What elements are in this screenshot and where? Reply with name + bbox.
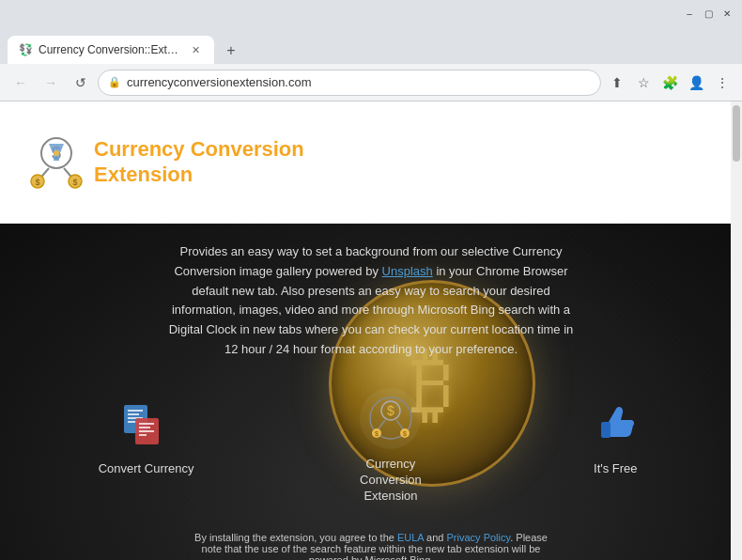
share-button[interactable]: ⬆ — [605, 70, 629, 95]
logo-area: $ $ $ Currency Conversion Extension — [28, 134, 304, 191]
description-text: Provides an easy way to set a background… — [146, 242, 596, 360]
restore-button[interactable]: ▢ — [701, 6, 716, 21]
tab-close-icon[interactable]: ✕ — [188, 42, 203, 57]
logo-line1: Currency Conversion — [94, 137, 304, 162]
feature-free: It's Free — [587, 397, 643, 477]
free-icon — [587, 397, 643, 454]
svg-text:$: $ — [403, 430, 407, 437]
tab-title: Currency Conversion::Extension — [39, 43, 182, 56]
close-button[interactable]: ✕ — [719, 6, 734, 21]
svg-text:$: $ — [72, 178, 77, 187]
title-bar: – ▢ ✕ — [0, 0, 742, 30]
logo-icon: $ $ $ — [28, 134, 85, 191]
logo-line2: Extension — [94, 163, 304, 187]
feature-extension-label: Currency Conversion Extension — [334, 457, 447, 505]
menu-button[interactable]: ⋮ — [710, 70, 734, 95]
new-tab-button[interactable]: + — [218, 38, 244, 64]
site-header: $ $ $ Currency Conversion Extension — [0, 101, 742, 224]
title-bar-controls: – ▢ ✕ — [682, 6, 734, 21]
main-content: ₿ Provides an easy way to set a backgrou… — [0, 224, 742, 560]
tab-bar: 💱 Currency Conversion::Extension ✕ + — [0, 30, 742, 64]
address-bar[interactable]: 🔒 currencyconversionextension.com — [98, 70, 601, 96]
scrollbar[interactable] — [731, 101, 742, 560]
nav-bar: ← → ↺ 🔒 currencyconversionextension.com … — [0, 64, 742, 101]
logo-text: Currency Conversion Extension — [94, 137, 304, 187]
privacy-link[interactable]: Privacy Policy — [447, 532, 511, 543]
forward-button[interactable]: → — [38, 70, 64, 96]
bookmark-button[interactable]: ☆ — [631, 70, 656, 95]
features-row: Convert Currency $ $ — [28, 379, 714, 523]
nav-actions: ⬆ ☆ 🧩 👤 ⋮ — [605, 70, 734, 95]
convert-currency-icon — [118, 397, 175, 454]
feature-extension: $ $ $ Currency Conversion Extension — [334, 388, 447, 505]
profile-button[interactable]: 👤 — [684, 70, 708, 95]
tab-favicon: 💱 — [19, 43, 33, 56]
unsplash-link[interactable]: Unsplash — [382, 264, 433, 278]
minimize-button[interactable]: – — [682, 6, 697, 21]
scrollbar-thumb[interactable] — [733, 105, 740, 162]
back-button[interactable]: ← — [8, 70, 34, 96]
svg-text:$: $ — [375, 430, 379, 437]
svg-text:$: $ — [387, 403, 394, 418]
feature-free-label: It's Free — [594, 461, 638, 477]
lock-icon: 🔒 — [108, 76, 121, 88]
feature-convert-label: Convert Currency — [99, 461, 194, 477]
eula-link[interactable]: EULA — [397, 532, 424, 543]
legal-text: By installing the extension, you agree t… — [193, 532, 549, 560]
extension-center-icon: $ $ $ — [360, 388, 421, 449]
feature-convert: Convert Currency — [99, 397, 194, 477]
address-text: currencyconversionextension.com — [127, 75, 591, 89]
svg-point-10 — [54, 150, 59, 156]
refresh-button[interactable]: ↺ — [68, 70, 94, 96]
svg-rect-30 — [601, 422, 611, 438]
page-content: $ $ $ Currency Conversion Extension — [0, 101, 742, 560]
active-tab[interactable]: 💱 Currency Conversion::Extension ✕ — [8, 36, 214, 64]
svg-text:$: $ — [35, 178, 39, 187]
extensions-button[interactable]: 🧩 — [657, 70, 682, 95]
browser-frame: – ▢ ✕ 💱 Currency Conversion::Extension ✕… — [0, 0, 742, 560]
